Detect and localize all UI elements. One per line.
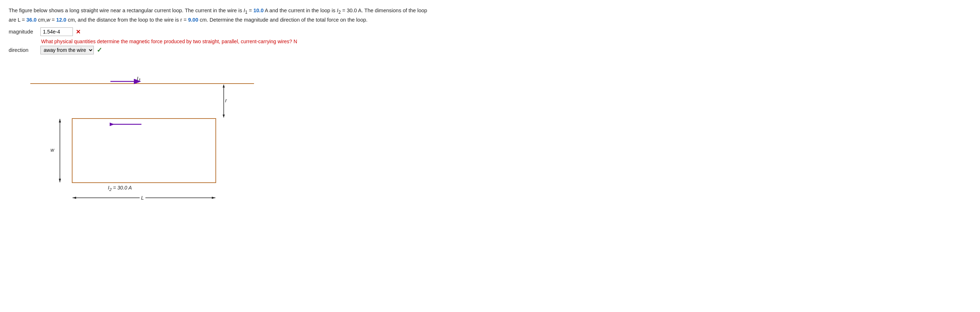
direction-label: direction — [9, 47, 38, 53]
problem-line2: are L = 36.0 cm,w = 12.0 cm, and the dis… — [9, 17, 368, 23]
direction-select[interactable]: away from the wire toward the wire — [40, 46, 94, 54]
loop-arrow-svg — [110, 121, 142, 128]
magnitude-input[interactable] — [40, 27, 73, 36]
wire-current-arrow — [110, 78, 142, 86]
loop-current-arrow — [110, 121, 142, 128]
wire-arrow-svg — [110, 78, 142, 85]
svg-marker-6 — [59, 119, 61, 122]
w-arrow-svg — [56, 118, 64, 183]
w-arrow-container: w — [56, 118, 64, 183]
magnitude-row: magnitude ✕ — [9, 27, 481, 36]
I2-diagram-label: I2 = 30.0 A — [108, 185, 132, 192]
L-label: L — [140, 195, 145, 201]
svg-marker-9 — [73, 197, 76, 199]
r-distance-container: r — [220, 84, 228, 118]
w-label: w — [51, 147, 54, 153]
hint-text: What physical quantities determine the m… — [41, 38, 298, 44]
direction-check-icon: ✓ — [97, 46, 102, 54]
w-value: 12.0 — [56, 17, 67, 23]
magnitude-x-icon[interactable]: ✕ — [76, 29, 81, 35]
svg-marker-10 — [212, 197, 215, 199]
I1-value: 10.0 — [253, 8, 263, 13]
problem-line1: The figure below shows a long straight w… — [9, 8, 427, 13]
problem-text: The figure below shows a long straight w… — [9, 6, 481, 24]
magnitude-label: magnitude — [9, 29, 38, 35]
L-arrow-container: L — [72, 194, 216, 201]
diagram-area: I1 r — [30, 62, 254, 198]
L-value: 36.0 — [26, 17, 37, 23]
r-label: r — [225, 98, 227, 103]
direction-row: direction away from the wire toward the … — [9, 46, 481, 54]
svg-marker-7 — [59, 179, 61, 182]
svg-marker-2 — [223, 85, 225, 87]
I2-value: = 30.0 A — [113, 185, 132, 191]
answers-section: magnitude ✕ What physical quantities det… — [9, 27, 481, 54]
r-value: 9.00 — [188, 17, 198, 23]
svg-marker-3 — [223, 114, 225, 117]
loop-rectangle — [72, 118, 216, 183]
